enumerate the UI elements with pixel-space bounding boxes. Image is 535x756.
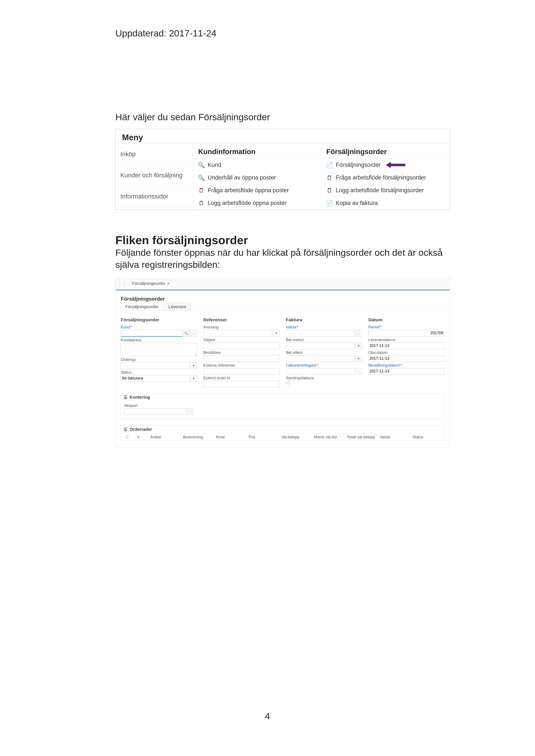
sidebar-item-kunder[interactable]: Kunder och försäljning: [116, 165, 193, 186]
col-valbelopp: Val.belopp: [281, 435, 310, 440]
samling-label: Samlingsfaktura: [286, 376, 362, 380]
menu-item-forsaljningsorder[interactable]: 📄 Försäljningsorder: [322, 159, 450, 171]
col-beskrivning: Beskrivning: [183, 435, 211, 440]
motpart-input[interactable]: [125, 408, 186, 415]
menu-item-underhall[interactable]: 🔍 Underhåll av öppna poster: [193, 171, 322, 184]
kundadress-label: Kundadress: [121, 338, 197, 342]
window-tabstrip: ⋮⋮ Försäljningsorder ×: [116, 279, 450, 288]
subtab-forsaljningsorder[interactable]: Försäljningsorder: [121, 303, 163, 310]
more-icon[interactable]: …: [187, 408, 193, 415]
ext-order-label: Externt order-id: [203, 376, 279, 380]
menu-item-logg-sales[interactable]: 🗒 Logg arbetsflöde försäljningsorder: [322, 184, 450, 197]
menu-title: Meny: [116, 129, 450, 144]
document-icon: 📄: [326, 201, 333, 206]
menu-item-label: Underhåll av öppna poster: [208, 174, 276, 181]
chevron-down-icon[interactable]: ▾: [355, 343, 362, 349]
group-title-datum: Datum: [368, 317, 444, 322]
menu-item-label: Fråga arbetsflöde öppna poster: [208, 187, 289, 194]
menu-item-invoice-copy[interactable]: 📄 Kopia av faktura: [322, 197, 450, 209]
menu-item-fraga-open[interactable]: 🗒 Fråga arbetsflöde öppna poster: [193, 184, 322, 197]
search-plus-icon: 🔍: [198, 162, 205, 168]
grip-icon[interactable]: ⋮⋮: [118, 281, 127, 286]
chevron-down-icon[interactable]: ▾: [190, 363, 197, 369]
query-icon: 🗒: [326, 175, 333, 180]
more-icon[interactable]: …: [355, 330, 362, 337]
menu-item-label: Fråga arbetsflöde försäljningsorder: [336, 174, 426, 181]
fmottagare-label: Fakturamottagare: [286, 363, 362, 368]
col-artikel: Artikel: [150, 435, 179, 440]
ansvarig-input[interactable]: [203, 330, 272, 337]
highlight-arrow: [386, 162, 406, 168]
ext-order-input[interactable]: [203, 381, 279, 387]
menu-item-fraga-sales[interactable]: 🗒 Fråga arbetsflöde försäljningsorder: [322, 171, 450, 184]
samling-checkbox[interactable]: [287, 381, 290, 384]
orderrader-header-row: # Artikel Beskrivning Antal Pris Val.bel…: [121, 433, 444, 441]
menu-item-label: Kund: [208, 162, 221, 168]
log-icon: 🗒: [198, 201, 205, 206]
window-tab-label: Försäljningsorder: [132, 281, 166, 286]
col-heading-forsaljningsorder: Försäljningsorder: [322, 144, 450, 159]
menu-sidebar: Inköp Kunder och försäljning Information…: [116, 144, 193, 209]
ext-ref-input[interactable]: [203, 368, 279, 375]
subtab-leverans[interactable]: Leverans: [164, 303, 191, 310]
sidebar-item-inkop[interactable]: Inköp: [116, 144, 193, 165]
fmottagare-input[interactable]: [286, 368, 355, 375]
more-icon[interactable]: …: [355, 368, 362, 375]
betmetod-input[interactable]: [286, 343, 355, 349]
kontering-panel: ☰ Kontering Motpart …: [121, 393, 444, 419]
saljare-input[interactable]: [203, 343, 279, 349]
lev-input[interactable]: [368, 343, 444, 349]
period-input[interactable]: [368, 330, 444, 337]
chevron-down-icon[interactable]: ▾: [273, 330, 279, 337]
menu-item-logg-open[interactable]: 🗒 Logg arbetsflöde öppna poster: [193, 197, 322, 209]
betvillkor-label: Bet.villkor: [286, 350, 362, 355]
window-tab[interactable]: Försäljningsorder ×: [129, 280, 173, 287]
period-label: Period: [368, 325, 444, 330]
menu-screenshot: Meny Inköp Kunder och försäljning Inform…: [115, 129, 450, 210]
ansvarig-label: Ansvarig: [203, 325, 279, 330]
col-momsvalbel: Moms val.bel: [314, 435, 342, 440]
kundadress-input[interactable]: [121, 343, 197, 356]
saljare-label: Säljare: [203, 338, 279, 342]
section-body: Följande fönster öppnas när du har klick…: [115, 247, 450, 271]
close-icon[interactable]: ×: [167, 281, 170, 286]
col-status: Status: [412, 435, 441, 440]
updated-line: Uppdaterad: 2017-11-24: [115, 28, 450, 39]
best-label: Beställningsdatum: [368, 363, 444, 368]
valuta-input[interactable]: [286, 330, 355, 337]
collapse-icon[interactable]: ☰: [124, 427, 127, 432]
col-pris: Pris: [249, 435, 277, 440]
best-input[interactable]: [368, 368, 444, 375]
col-num: #: [137, 435, 146, 440]
kund-input[interactable]: [121, 330, 182, 337]
salesorder-screenshot: ⋮⋮ Försäljningsorder × Försäljningsorder…: [115, 279, 450, 447]
status-input[interactable]: [121, 375, 189, 382]
status-label: Status: [121, 370, 197, 375]
bestallare-label: Beställare: [203, 350, 279, 355]
window-heading: Försäljningsorder: [121, 296, 444, 302]
instruction-text: Här väljer du sedan Försäljningsorder: [115, 112, 450, 122]
sub-tabstrip: Försäljningsorder Leverans: [121, 303, 444, 311]
bestallare-input[interactable]: [203, 355, 279, 362]
ordertyp-label: Ordertyp: [121, 358, 197, 362]
group-title-referenser: Referenser: [203, 317, 279, 322]
select-all-checkbox[interactable]: [125, 436, 128, 438]
menu-item-kund[interactable]: 🔍 Kund: [193, 159, 322, 171]
query-icon: 🗒: [198, 188, 205, 193]
chevron-down-icon[interactable]: ▾: [355, 355, 362, 362]
col-antal: Antal: [216, 435, 244, 440]
col-valuta: Valuta: [380, 435, 408, 440]
ordertyp-input[interactable]: [121, 363, 189, 369]
chevron-down-icon[interactable]: ▾: [190, 375, 197, 382]
obs-input[interactable]: [368, 355, 444, 362]
sidebar-item-info[interactable]: Informationssidor: [116, 186, 193, 207]
menu-item-label: Logg arbetsflöde försäljningsorder: [336, 187, 424, 194]
col-totvalbelopp: Totalt val.belopp: [347, 435, 375, 440]
obs-label: Obs.datum: [368, 350, 444, 355]
collapse-icon[interactable]: ☰: [124, 395, 127, 400]
betvillkor-input[interactable]: [286, 355, 355, 362]
menu-item-label: Försäljningsorder: [336, 162, 381, 168]
more-icon[interactable]: …: [190, 330, 197, 337]
menu-item-label: Logg arbetsflöde öppna poster: [208, 200, 287, 206]
lookup-icon[interactable]: 🔍: [183, 330, 189, 337]
